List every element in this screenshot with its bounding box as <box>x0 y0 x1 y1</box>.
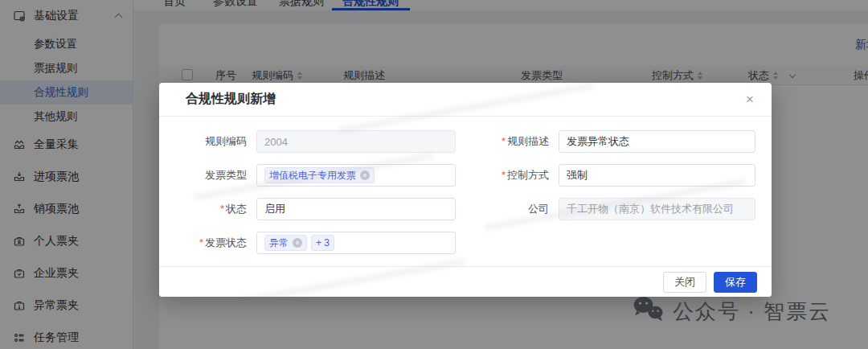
control-mode-select[interactable]: 强制 <box>559 164 755 187</box>
compliance-rule-add-dialog: 合规性规则新增 × 规则编码 2004 发票类型 增值税电子专用发票 × <box>159 83 772 297</box>
form-row-company: 公司 千工开物（南京）软件技术有限公司 <box>478 198 755 220</box>
company-input: 千工开物（南京）软件技术有限公司 <box>559 198 755 220</box>
tag-close-icon[interactable]: × <box>360 170 370 180</box>
app-window: 基础设置 参数设置 票据规则 合规性规则 其他规则 全量采集 <box>0 0 868 349</box>
invoice-status-label: *发票状态 <box>186 236 247 250</box>
required-mark: * <box>502 169 506 181</box>
tag-close-icon[interactable]: × <box>293 238 302 248</box>
form-row-rule-desc: *规则描述 发票异常状态 <box>478 130 755 153</box>
invoice-status-select[interactable]: 异常 × + 3 <box>256 232 456 254</box>
dialog-footer: 关闭 保存 <box>159 266 772 297</box>
form-row-invoice-type: 发票类型 增值税电子专用发票 × <box>186 164 456 187</box>
form-row-status: *状态 启用 <box>186 198 456 220</box>
wechat-icon <box>632 295 664 327</box>
wechat-watermark-text: 公众号 · 智票云 <box>673 298 831 326</box>
status-select[interactable]: 启用 <box>256 198 456 220</box>
dialog-body: 规则编码 2004 发票类型 增值税电子专用发票 × *状态 <box>159 117 772 265</box>
invoice-type-label: 发票类型 <box>186 168 247 183</box>
dialog-title: 合规性规则新增 <box>186 91 276 108</box>
rule-code-input: 2004 <box>256 130 456 153</box>
wechat-watermark: 公众号 · 智票云 <box>632 295 831 327</box>
invoice-type-tag: 增值税电子专用发票 × <box>264 167 375 183</box>
rule-code-label: 规则编码 <box>186 134 247 149</box>
save-button[interactable]: 保存 <box>714 272 757 293</box>
dialog-header: 合规性规则新增 × <box>159 83 772 117</box>
close-button[interactable]: 关闭 <box>663 272 706 293</box>
close-icon[interactable]: × <box>746 92 754 106</box>
form-column-left: 规则编码 2004 发票类型 增值税电子专用发票 × *状态 <box>186 130 456 265</box>
rule-desc-label: *规则描述 <box>478 134 549 149</box>
required-mark: * <box>199 236 203 248</box>
form-row-control-mode: *控制方式 强制 <box>478 164 755 187</box>
company-label: 公司 <box>478 202 549 216</box>
invoice-type-select[interactable]: 增值税电子专用发票 × <box>256 164 456 187</box>
control-mode-label: *控制方式 <box>478 168 549 183</box>
rule-desc-input[interactable]: 发票异常状态 <box>559 130 755 153</box>
form-row-invoice-status: *发票状态 异常 × + 3 <box>186 232 456 254</box>
more-tags-badge[interactable]: + 3 <box>311 235 334 251</box>
form-column-right: *规则描述 发票异常状态 *控制方式 强制 公司 千工开物（南京）软件技术有限公… <box>478 130 755 265</box>
status-label: *状态 <box>186 202 247 216</box>
form-row-rule-code: 规则编码 2004 <box>186 130 456 153</box>
required-mark: * <box>220 203 224 215</box>
invoice-status-tag: 异常 × <box>264 235 307 251</box>
required-mark: * <box>502 135 506 147</box>
